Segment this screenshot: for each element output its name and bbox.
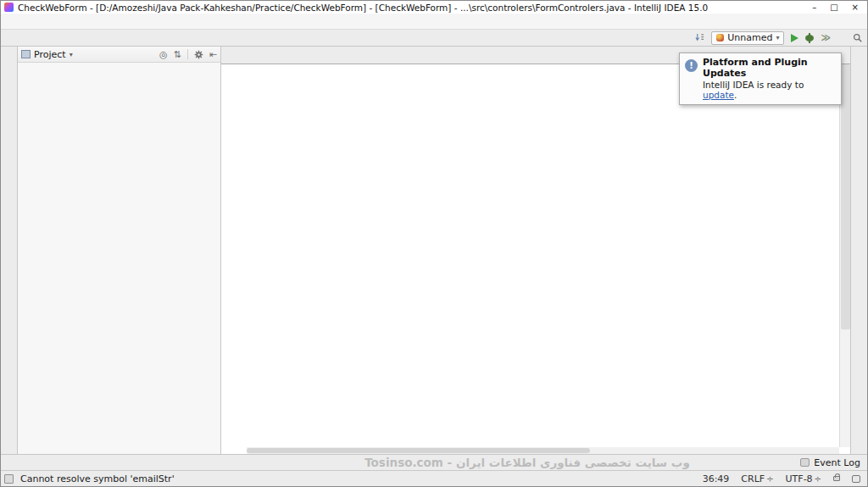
divider — [187, 49, 188, 59]
event-log-label: Event Log — [814, 457, 860, 468]
window-controls: – □ × — [807, 3, 864, 12]
editor-vertical-scrollbar[interactable] — [839, 64, 850, 447]
line-ending-select[interactable]: CRLF — [741, 473, 773, 484]
notification-title: Platform and Plugin Updates — [703, 57, 834, 79]
status-bar-right: 36:49 CRLF UTF-8 — [703, 473, 860, 484]
chevron-down-icon: ▾ — [70, 51, 73, 58]
hide-panel-icon[interactable]: ⇤ — [209, 49, 217, 60]
run-button[interactable] — [791, 34, 798, 42]
settings-gear-icon[interactable] — [194, 50, 203, 59]
notification-text-suffix: . — [734, 90, 737, 100]
project-tree — [18, 63, 220, 65]
watermark: وب سایت تخصصی فناوری اطلاعات ایران - Tos… — [289, 456, 765, 469]
readonly-lock-icon[interactable] — [833, 476, 840, 481]
menu-bar — [1, 14, 867, 30]
main-area: Project ▾ ◎ ⇅ ⇤ — [1, 47, 867, 454]
window-title: CheckWebForm - [D:/Amozeshi/Java Pack-Ka… — [18, 3, 807, 13]
intellij-window: CheckWebForm - [D:/Amozeshi/Java Pack-Ka… — [0, 0, 868, 487]
event-log-button[interactable]: Event Log — [800, 457, 860, 468]
right-tool-strip — [850, 47, 867, 454]
project-panel-icon — [21, 50, 31, 58]
caret-position[interactable]: 36:49 — [703, 473, 730, 484]
notification-body: IntelliJ IDEA is ready to update. — [703, 80, 834, 100]
project-panel-title: Project — [34, 49, 66, 60]
close-button[interactable]: × — [852, 3, 859, 12]
toolbar-right: Unnamed ▾ ≫ — [695, 31, 862, 45]
collapse-all-icon[interactable]: ⇅ — [174, 49, 181, 60]
encoding-select[interactable]: UTF-8 — [786, 473, 821, 484]
debug-button[interactable] — [805, 35, 814, 42]
chevron-down-icon: ▾ — [776, 34, 779, 42]
event-log-icon — [800, 458, 810, 467]
run-config-icon — [716, 34, 724, 42]
update-link[interactable]: update — [703, 90, 734, 100]
project-panel-header: Project ▾ ◎ ⇅ ⇤ — [18, 47, 220, 63]
run-config-name: Unnamed — [727, 32, 772, 43]
title-bar: CheckWebForm - [D:/Amozeshi/Java Pack-Ka… — [1, 1, 867, 14]
status-message: Cannot resolve symbol 'emailStr' — [20, 473, 696, 484]
notification-text: IntelliJ IDEA is ready to — [703, 80, 804, 90]
code-lines — [221, 64, 839, 447]
intellij-logo-icon — [4, 3, 14, 12]
ide-windows-icon[interactable] — [837, 34, 846, 42]
inspections-hector-icon[interactable] — [852, 475, 860, 483]
left-tool-strip — [1, 47, 18, 454]
main-toolbar: Unnamed ▾ ≫ — [1, 30, 867, 47]
info-icon: ! — [685, 59, 698, 72]
minimize-button[interactable]: – — [812, 3, 816, 12]
run-with-coverage-button[interactable]: ≫ — [821, 34, 831, 42]
project-panel-actions: ◎ ⇅ ⇤ — [159, 49, 217, 60]
locate-file-icon[interactable]: ◎ — [159, 49, 168, 60]
update-notification: ! Platform and Plugin Updates IntelliJ I… — [679, 53, 842, 105]
maximize-button[interactable]: □ — [830, 3, 837, 12]
editor[interactable] — [221, 64, 850, 454]
status-bar: Cannot resolve symbol 'emailStr' 36:49 C… — [1, 470, 867, 486]
editor-column: ! Platform and Plugin Updates IntelliJ I… — [221, 47, 850, 454]
run-configuration-select[interactable]: Unnamed ▾ — [711, 31, 784, 45]
hide-tool-windows-icon[interactable] — [695, 33, 704, 42]
bottom-tool-bar: وب سایت تخصصی فناوری اطلاعات ایران - Tos… — [1, 454, 867, 470]
scrollbar-thumb[interactable] — [247, 448, 590, 453]
project-view-select[interactable]: Project ▾ — [21, 49, 156, 60]
editor-horizontal-scrollbar[interactable] — [247, 447, 839, 454]
search-icon[interactable] — [853, 33, 862, 42]
scrollbar-thumb[interactable] — [841, 64, 850, 329]
project-panel: Project ▾ ◎ ⇅ ⇤ — [18, 47, 221, 454]
tool-window-toggle-icon[interactable] — [4, 474, 14, 484]
